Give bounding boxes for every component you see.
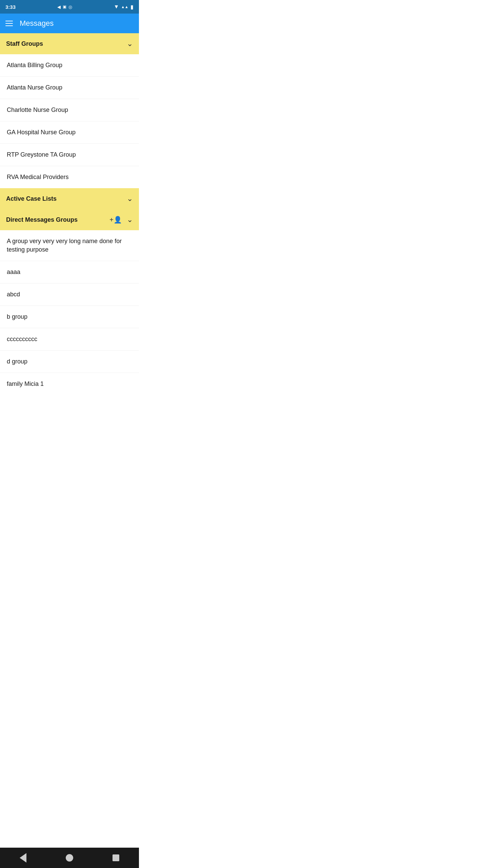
staff-groups-list: Atlanta Billing Group Atlanta Nurse Grou… [0, 54, 139, 188]
list-item[interactable]: d group [0, 351, 139, 373]
direct-messages-groups-section-header[interactable]: Direct Messages Groups +👤 ⌄ [0, 209, 139, 230]
dm-group-name: family Micia 1 [7, 380, 44, 387]
circle-status-icon: ◎ [68, 4, 72, 9]
status-icons: ◀ ▣ ◎ [57, 4, 72, 9]
sim-icon: ▣ [63, 4, 66, 9]
dm-group-name: A group very very very long name done fo… [7, 238, 122, 253]
list-item-ga-hospital-nurse[interactable]: GA Hospital Nurse Group [0, 121, 139, 144]
list-item[interactable]: Atlanta Nurse Group [0, 77, 139, 99]
list-item[interactable]: cccccccccc [0, 328, 139, 351]
dm-group-name: aaaa [7, 269, 20, 275]
dm-group-name: d group [7, 358, 27, 365]
direct-messages-header-icons: +👤 ⌄ [109, 215, 133, 224]
staff-group-name: Charlotte Nurse Group [7, 106, 68, 113]
active-case-lists-title: Active Case Lists [6, 195, 57, 202]
list-item[interactable]: RVA Medical Providers [0, 166, 139, 188]
staff-groups-chevron-up-icon: ⌄ [127, 39, 133, 48]
list-item[interactable]: Atlanta Billing Group [0, 54, 139, 77]
dm-group-name: abcd [7, 291, 20, 298]
status-time: 3:33 [5, 4, 16, 10]
staff-group-name: Atlanta Billing Group [7, 62, 62, 68]
battery-icon: ▮ [130, 4, 134, 10]
list-item[interactable]: b group [0, 306, 139, 328]
hamburger-line-2 [5, 23, 13, 24]
dm-group-name: cccccccccc [7, 336, 37, 342]
list-item[interactable]: aaaa [0, 261, 139, 283]
status-bar: 3:33 ◀ ▣ ◎ ▼ ▲▲ ▮ [0, 0, 139, 14]
active-case-lists-chevron-down-icon: ⌄ [127, 194, 133, 203]
back-arrow-icon: ◀ [57, 4, 61, 9]
hamburger-line-1 [5, 21, 13, 21]
staff-group-name: GA Hospital Nurse Group [7, 129, 76, 136]
list-item[interactable]: RTP Greystone TA Group [0, 144, 139, 166]
status-right-icons: ▼ ▲▲ ▮ [114, 4, 134, 10]
staff-groups-section-header[interactable]: Staff Groups ⌄ [0, 33, 139, 54]
app-header: Messages [0, 14, 139, 33]
active-case-lists-section-header[interactable]: Active Case Lists ⌄ [0, 188, 139, 209]
staff-groups-title: Staff Groups [6, 40, 43, 47]
direct-messages-groups-list: A group very very very long name done fo… [0, 230, 139, 395]
staff-group-name: RVA Medical Providers [7, 174, 68, 180]
list-item[interactable]: family Micia 1 [0, 373, 139, 395]
dm-group-name: b group [7, 313, 27, 320]
wifi-icon: ▼ [114, 4, 119, 10]
list-item[interactable]: A group very very very long name done fo… [0, 230, 139, 261]
add-group-icon[interactable]: +👤 [109, 216, 122, 224]
direct-messages-groups-title: Direct Messages Groups [6, 216, 78, 223]
direct-messages-chevron-up-icon: ⌄ [127, 215, 133, 224]
staff-group-name: Atlanta Nurse Group [7, 84, 62, 91]
app-title: Messages [20, 19, 54, 28]
content-area: Staff Groups ⌄ Atlanta Billing Group Atl… [0, 33, 139, 415]
list-item[interactable]: abcd [0, 283, 139, 306]
menu-button[interactable] [5, 21, 13, 26]
staff-group-name: RTP Greystone TA Group [7, 151, 76, 158]
list-item[interactable]: Charlotte Nurse Group [0, 99, 139, 121]
hamburger-line-3 [5, 25, 13, 26]
signal-icon: ▲▲ [121, 5, 128, 9]
